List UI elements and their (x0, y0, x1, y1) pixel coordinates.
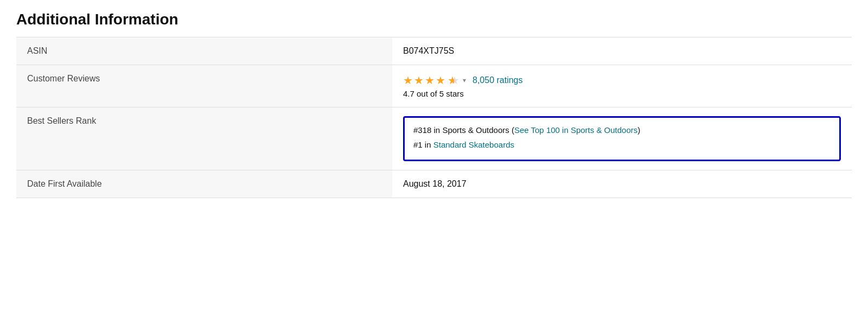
bsr-line-1: #318 in Sports & Outdoors (See Top 100 i… (413, 124, 831, 137)
table-row: Date First Available August 18, 2017 (16, 170, 852, 198)
customer-reviews-label: Customer Reviews (16, 65, 392, 107)
chevron-down-icon: ▾ (463, 77, 466, 84)
date-first-available-label: Date First Available (16, 170, 392, 198)
customer-reviews-value: ★ ★ ★ ★ ★★ ▾ 8,050 ratings 4.7 out of 5 … (392, 65, 852, 107)
additional-info-table: ASIN B074XTJ75S Customer Reviews ★ ★ ★ ★… (16, 37, 852, 198)
bsr-rank2-prefix: #1 in (413, 140, 433, 149)
star-2-icon: ★ (414, 74, 424, 87)
bsr-rank1-link[interactable]: See Top 100 in Sports & Outdoors (514, 125, 637, 135)
best-sellers-rank-label: Best Sellers Rank (16, 107, 392, 170)
star-1-icon: ★ (403, 74, 413, 87)
best-sellers-rank-value: #318 in Sports & Outdoors (See Top 100 i… (392, 107, 852, 170)
best-sellers-box: #318 in Sports & Outdoors (See Top 100 i… (403, 116, 841, 161)
bsr-rank2-link[interactable]: Standard Skateboards (433, 140, 514, 149)
ratings-count-link[interactable]: 8,050 ratings (473, 75, 523, 85)
star-rating: ★ ★ ★ ★ (403, 74, 445, 87)
asin-label: ASIN (16, 37, 392, 65)
table-row: Best Sellers Rank #318 in Sports & Outdo… (16, 107, 852, 170)
table-row: Customer Reviews ★ ★ ★ ★ ★★ ▾ 8,050 rati… (16, 65, 852, 107)
date-first-available-value: August 18, 2017 (392, 170, 852, 198)
star-3-icon: ★ (425, 74, 435, 87)
bsr-line-2: #1 in Standard Skateboards (413, 139, 831, 151)
star-4-icon: ★ (436, 74, 445, 87)
star-half-icon: ★ (448, 74, 454, 87)
table-row: ASIN B074XTJ75S (16, 37, 852, 65)
rating-text: 4.7 out of 5 stars (403, 89, 841, 98)
bsr-rank1-prefix: #318 in Sports & Outdoors ( (413, 125, 514, 135)
asin-value: B074XTJ75S (392, 37, 852, 65)
bsr-rank1-suffix: ) (637, 125, 640, 135)
section-title: Additional Information (16, 11, 852, 28)
